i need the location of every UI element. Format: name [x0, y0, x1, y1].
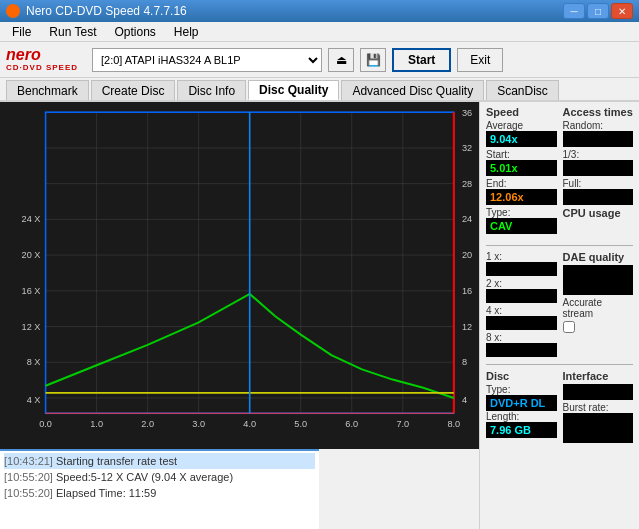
svg-text:8.0: 8.0 [447, 419, 460, 429]
menu-help[interactable]: Help [166, 23, 207, 41]
toolbar: nero CD·DVD SPEED [2:0] ATAPI iHAS324 A … [0, 42, 639, 78]
start-button[interactable]: Start [392, 48, 451, 72]
dae-section: DAE quality Accurate stream [563, 251, 634, 359]
tab-disc-quality[interactable]: Disc Quality [248, 80, 339, 100]
tab-advanced-disc-quality[interactable]: Advanced Disc Quality [341, 80, 484, 100]
eject-button[interactable]: ⏏ [328, 48, 354, 72]
disc-length-value: 7.96 GB [486, 422, 557, 438]
tab-create-disc[interactable]: Create Disc [91, 80, 176, 100]
minimize-button[interactable]: ─ [563, 3, 585, 19]
type-value: CAV [486, 218, 557, 234]
svg-text:28: 28 [462, 179, 472, 189]
disc-header: Disc [486, 370, 557, 382]
access-times-header: Access times [563, 106, 634, 118]
divider-1 [486, 245, 633, 246]
access-col: Access times [563, 106, 634, 120]
menu-run-test[interactable]: Run Test [41, 23, 104, 41]
speed-header: Speed [486, 106, 557, 118]
random-col: Random: [563, 120, 634, 149]
save-button[interactable]: 💾 [360, 48, 386, 72]
log-area: [10:43:21] Starting transfer rate test [… [0, 449, 319, 529]
disc-interface-row: Disc Type: DVD+R DL Length: 7.96 GB Inte… [486, 370, 633, 445]
speed-col: Speed [486, 106, 557, 120]
end-label: End: [486, 178, 557, 189]
avg-label: Average [486, 120, 557, 131]
accurate-stream-checkbox[interactable] [563, 321, 575, 333]
app-title: Nero CD-DVD Speed 4.7.7.16 [26, 4, 187, 18]
disc-section: Disc Type: DVD+R DL Length: 7.96 GB [486, 370, 557, 445]
log-text-1: Speed:5-12 X CAV (9.04 X average) [56, 471, 233, 483]
cpu-8x-label: 8 x: [486, 332, 557, 343]
title-buttons: ─ □ ✕ [563, 3, 633, 19]
cpu-1x-value [486, 262, 557, 276]
svg-text:16 X: 16 X [22, 286, 41, 296]
random-label: Random: [563, 120, 634, 131]
interface-value [563, 384, 634, 400]
interface-header: Interface [563, 370, 634, 382]
full-col: Full: [563, 178, 634, 207]
tab-disc-info[interactable]: Disc Info [177, 80, 246, 100]
drive-select[interactable]: [2:0] ATAPI iHAS324 A BL1P [92, 48, 322, 72]
svg-text:24: 24 [462, 214, 472, 224]
log-entry-1: [10:55:20] Speed:5-12 X CAV (9.04 X aver… [4, 469, 315, 485]
svg-text:7.0: 7.0 [396, 419, 409, 429]
menu-bar: File Run Test Options Help [0, 22, 639, 42]
cpu-8x-value [486, 343, 557, 357]
dae-value [563, 265, 634, 295]
log-timestamp-2: [10:55:20] [4, 487, 53, 499]
log-text-2: Elapsed Time: 11:59 [56, 487, 156, 499]
svg-text:2.0: 2.0 [141, 419, 154, 429]
type-label: Type: [486, 207, 557, 218]
restore-button[interactable]: □ [587, 3, 609, 19]
svg-text:4 X: 4 X [27, 395, 41, 405]
cpu-1x-label: 1 x: [486, 251, 557, 262]
svg-text:6.0: 6.0 [345, 419, 358, 429]
svg-text:20 X: 20 X [22, 250, 41, 260]
exit-button[interactable]: Exit [457, 48, 503, 72]
svg-text:36: 36 [462, 108, 472, 118]
menu-options[interactable]: Options [106, 23, 163, 41]
svg-text:8: 8 [462, 357, 467, 367]
log-entry-2: [10:55:20] Elapsed Time: 11:59 [4, 485, 315, 501]
svg-text:16: 16 [462, 286, 472, 296]
svg-text:32: 32 [462, 143, 472, 153]
cpu-2x-value [486, 289, 557, 303]
chart-and-log: 4 X 8 X 12 X 16 X 20 X 24 X 4 8 12 16 20… [0, 102, 479, 529]
svg-text:20: 20 [462, 250, 472, 260]
end-full-row: End: 12.06x Full: [486, 178, 633, 207]
main-content: 4 X 8 X 12 X 16 X 20 X 24 X 4 8 12 16 20… [0, 102, 639, 529]
cpu-4x-label: 4 x: [486, 305, 557, 316]
nero-logo-top: nero [6, 47, 86, 63]
disc-type-label: Type: [486, 384, 557, 395]
cpu-col: CPU usage [563, 207, 634, 236]
start-onethird-row: Start: 5.01x 1/3: [486, 149, 633, 178]
random-value [563, 131, 634, 147]
accurate-stream-row [563, 321, 634, 333]
onethird-col: 1/3: [563, 149, 634, 178]
cpu-section: 1 x: 2 x: 4 x: 8 x: [486, 251, 557, 359]
svg-text:4: 4 [462, 395, 467, 405]
log-timestamp-1: [10:55:20] [4, 471, 53, 483]
tab-benchmark[interactable]: Benchmark [6, 80, 89, 100]
log-text-0: Starting transfer rate test [56, 455, 177, 467]
burst-rate-value [563, 413, 634, 443]
svg-text:0.0: 0.0 [39, 419, 52, 429]
tab-scandisc[interactable]: ScanDisc [486, 80, 559, 100]
title-bar-left: Nero CD-DVD Speed 4.7.7.16 [6, 4, 187, 18]
svg-text:1.0: 1.0 [90, 419, 103, 429]
full-label: Full: [563, 178, 634, 189]
close-button[interactable]: ✕ [611, 3, 633, 19]
dae-header: DAE quality [563, 251, 634, 263]
disc-type-value: DVD+R DL [486, 395, 557, 411]
start-col: Start: 5.01x [486, 149, 557, 178]
avg-value: 9.04x [486, 131, 557, 147]
cpu-usage-header: CPU usage [563, 207, 634, 219]
speed-section: Speed Access times Average 9.04x Random: [486, 106, 633, 236]
type-cpu-row: Type: CAV CPU usage [486, 207, 633, 236]
menu-file[interactable]: File [4, 23, 39, 41]
svg-text:12: 12 [462, 322, 472, 332]
interface-section: Interface Burst rate: [563, 370, 634, 445]
accurate-label: Accurate [563, 297, 634, 308]
disc-length-label: Length: [486, 411, 557, 422]
cpu-2x-label: 2 x: [486, 278, 557, 289]
